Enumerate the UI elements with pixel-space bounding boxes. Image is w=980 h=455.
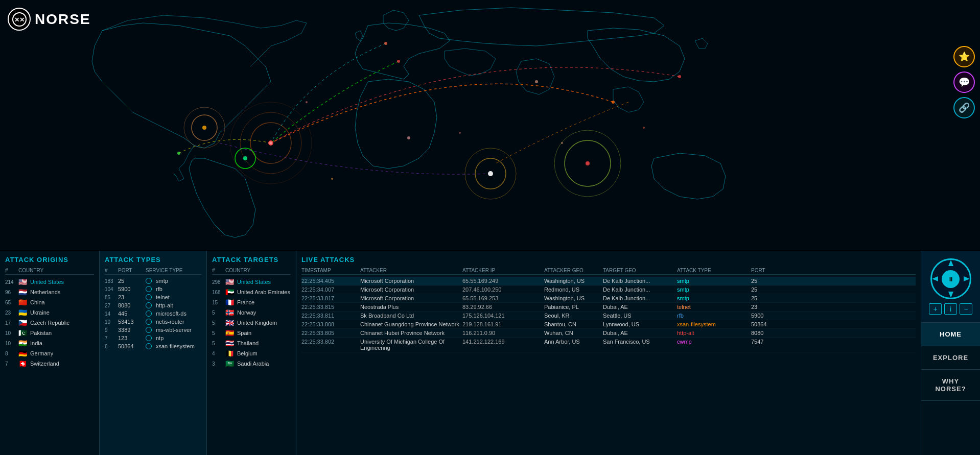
svg-marker-31: [948, 260, 953, 266]
port-col-header-live: PORT: [751, 268, 833, 273]
origin-row[interactable]: 23🇺🇦Ukraine: [5, 307, 94, 318]
zoom-plus-button[interactable]: +: [929, 303, 942, 315]
attack-types-title: ATTACK TYPES: [105, 256, 201, 264]
svg-point-22: [535, 80, 538, 83]
compass-control: ⏸ + i −: [921, 251, 980, 323]
link-icon-btn[interactable]: 🔗: [953, 97, 975, 118]
logo-text: NORSE: [35, 11, 91, 28]
live-attack-row[interactable]: 22:25:34.405 Microsoft Corporation 65.55…: [301, 277, 916, 285]
live-attacks-panel: LIVE ATTACKS TIMESTAMP ATTACKER ATTACKER…: [296, 251, 921, 455]
type-row[interactable]: 14445microsoft-ds: [105, 309, 201, 318]
origin-row[interactable]: 96🇳🇱Netherlands: [5, 287, 94, 297]
target-row[interactable]: 5🇳🇴Norway: [212, 307, 291, 318]
svg-point-26: [459, 132, 461, 134]
live-attack-row[interactable]: 22:25:33.802 University Of Michigan Coll…: [301, 338, 916, 352]
type-row[interactable]: 93389ms-wbt-server: [105, 326, 201, 334]
type-row[interactable]: 7123ntp: [105, 334, 201, 342]
attack-types-headers: # PORT SERVICE TYPE: [105, 268, 201, 275]
country-col-header: COUNTRY: [18, 268, 94, 273]
live-attacks-list: 22:25:34.405 Microsoft Corporation 65.55…: [301, 277, 916, 352]
attacker-geo-col-header: ATTACKER GEO: [544, 268, 603, 273]
targets-hash-col: #: [212, 268, 223, 273]
right-panel: ⏸ + i − HOMEEXPLOREWHY NORSE?: [921, 251, 980, 455]
type-row[interactable]: 650864xsan-filesystem: [105, 342, 201, 350]
nav-home-button[interactable]: HOME: [921, 323, 980, 346]
attack-origins-panel: ATTACK ORIGINS # COUNTRY 214🇺🇸United Sta…: [0, 251, 100, 455]
attack-type-col-header: ATTACK TYPE: [677, 268, 751, 273]
type-row[interactable]: 1053413netis-router: [105, 318, 201, 326]
svg-rect-0: [0, 0, 980, 250]
svg-point-20: [612, 101, 615, 104]
live-attack-row[interactable]: 22:25:34.007 Microsoft Corporation 207.4…: [301, 285, 916, 294]
svg-point-21: [678, 75, 681, 78]
svg-point-14: [243, 156, 247, 160]
svg-point-25: [331, 178, 333, 180]
compass-ring: ⏸: [930, 258, 971, 299]
attack-targets-panel: ATTACK TARGETS # COUNTRY 298🇺🇸United Sta…: [207, 251, 296, 455]
origin-row[interactable]: 8🇩🇪Germany: [5, 348, 94, 358]
zoom-info-button[interactable]: i: [944, 303, 957, 315]
type-row[interactable]: 278080http-alt: [105, 301, 201, 309]
targets-country-col: COUNTRY: [225, 268, 291, 273]
hash-col-header: #: [5, 268, 16, 273]
svg-point-23: [177, 152, 180, 155]
type-row[interactable]: 8523telnet: [105, 293, 201, 301]
svg-point-27: [561, 142, 563, 144]
nav-why-norse?-button[interactable]: WHY NORSE?: [921, 370, 980, 401]
types-list: 18325smtp1045900rfb8523telnet278080http-…: [105, 277, 201, 350]
bottom-panels: ATTACK ORIGINS # COUNTRY 214🇺🇸United Sta…: [0, 251, 980, 455]
attack-types-panel: ATTACK TYPES # PORT SERVICE TYPE 18325sm…: [100, 251, 207, 455]
attack-origins-title: ATTACK ORIGINS: [5, 256, 94, 264]
live-attack-row[interactable]: 22:25:33.817 Microsoft Corporation 65.55…: [301, 294, 916, 303]
svg-marker-32: [948, 292, 953, 298]
live-attack-row[interactable]: 22:25:33.805 Chinanet Hubei Province Net…: [301, 329, 916, 338]
target-row[interactable]: 3🇸🇦Saudi Arabia: [212, 358, 291, 369]
nav-explore-button[interactable]: EXPLORE: [921, 346, 980, 370]
svg-point-24: [306, 101, 308, 103]
origin-row[interactable]: 214🇺🇸United States: [5, 277, 94, 287]
star-icon-btn[interactable]: ⭐: [953, 46, 975, 67]
type-row[interactable]: 1045900rfb: [105, 285, 201, 293]
live-attack-row[interactable]: 22:25:33.808 Chinanet Guangdong Province…: [301, 320, 916, 329]
target-row[interactable]: 5🇹🇭Thailand: [212, 338, 291, 348]
attack-origins-headers: # COUNTRY: [5, 268, 94, 275]
svg-point-12: [269, 141, 272, 145]
nav-buttons: HOMEEXPLOREWHY NORSE?: [921, 323, 980, 401]
live-attacks-headers: TIMESTAMP ATTACKER ATTACKER IP ATTACKER …: [301, 268, 916, 275]
chat-icon-btn[interactable]: 💬: [953, 71, 975, 93]
origin-row[interactable]: 10🇵🇰Pakistan: [5, 328, 94, 338]
origins-list: 214🇺🇸United States96🇳🇱Netherlands65🇨🇳Chi…: [5, 277, 94, 369]
svg-point-15: [488, 171, 493, 176]
svg-text:✕✕: ✕✕: [14, 16, 25, 23]
target-row[interactable]: 5🇬🇧United Kingdom: [212, 318, 291, 328]
live-attacks-title: LIVE ATTACKS: [301, 256, 916, 264]
zoom-minus-button[interactable]: −: [960, 303, 972, 315]
live-attack-row[interactable]: 22:25:33.811 Sk Broadband Co Ltd 175.126…: [301, 312, 916, 320]
target-geo-col-header: TARGET GEO: [603, 268, 677, 273]
attack-targets-headers: # COUNTRY: [212, 268, 291, 275]
live-attack-row[interactable]: 22:25:33.815 Neostrada Plus 83.29.92.66 …: [301, 303, 916, 312]
origin-row[interactable]: 7🇨🇭Switzerland: [5, 358, 94, 369]
svg-point-28: [643, 127, 645, 129]
ip-col-header: ATTACKER IP: [462, 268, 544, 273]
target-row[interactable]: 15🇫🇷France: [212, 297, 291, 307]
logo-icon: ✕✕: [8, 8, 31, 31]
num-col-header: #: [105, 268, 116, 273]
svg-point-19: [407, 136, 410, 139]
svg-marker-34: [964, 276, 970, 281]
target-row[interactable]: 298🇺🇸United States: [212, 277, 291, 287]
origin-row[interactable]: 17🇨🇿Czech Republic: [5, 318, 94, 328]
target-row[interactable]: 168🇦🇪United Arab Emirates: [212, 287, 291, 297]
target-row[interactable]: 5🇪🇸Spain: [212, 328, 291, 338]
port-col-header: PORT: [118, 268, 144, 273]
origin-row[interactable]: 65🇨🇳China: [5, 297, 94, 307]
origin-row[interactable]: 10🇮🇳India: [5, 338, 94, 348]
attacker-col-header: ATTACKER: [360, 268, 462, 273]
timestamp-col-header: TIMESTAMP: [301, 268, 360, 273]
target-row[interactable]: 4🇧🇪Belgium: [212, 348, 291, 358]
svg-point-13: [202, 126, 206, 130]
type-row[interactable]: 18325smtp: [105, 277, 201, 285]
right-icons: ⭐ 💬 🔗: [953, 46, 975, 118]
svg-point-17: [384, 42, 387, 45]
svg-point-16: [586, 161, 590, 165]
